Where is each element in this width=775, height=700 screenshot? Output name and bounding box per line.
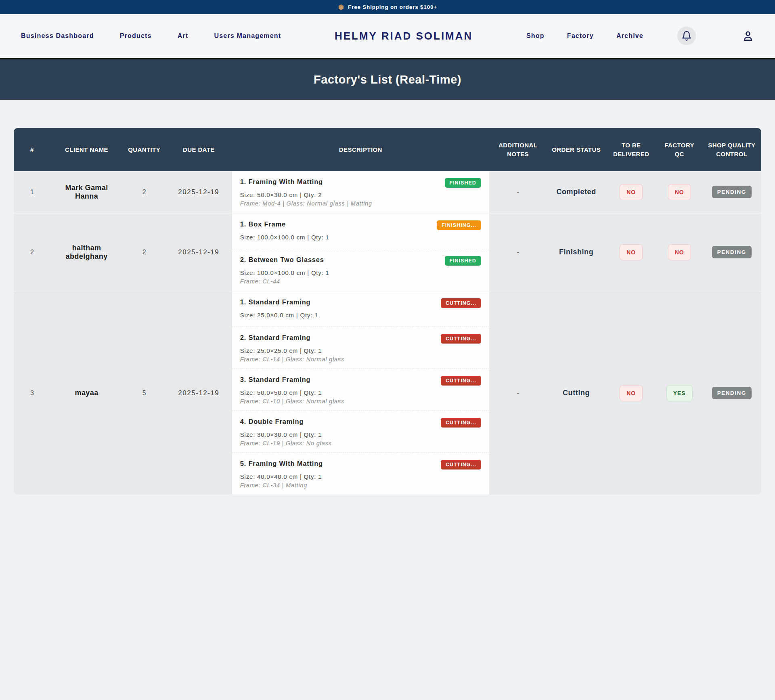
item-status-badge: CUTTING...	[441, 418, 481, 428]
factory-qc-toggle[interactable]: NO	[668, 244, 691, 260]
order-item-header: 2. Standard Framing CUTTING...	[240, 334, 481, 344]
item-title: 2. Between Two Glasses	[240, 256, 324, 264]
item-frame: Frame: CL-44	[240, 278, 481, 285]
shop-qc-badge[interactable]: PENDING	[712, 387, 752, 399]
item-status-badge: FINISHING...	[437, 220, 481, 230]
column-header-number: #	[14, 128, 50, 171]
to-be-delivered-toggle[interactable]: NO	[620, 385, 643, 401]
promo-banner-text: Free Shipping on orders $100+	[348, 4, 437, 10]
column-header-quantity: QUANTITY	[123, 128, 165, 171]
item-status-badge: CUTTING...	[441, 334, 481, 344]
order-item-header: 1. Standard Framing CUTTING...	[240, 298, 481, 308]
item-status-badge: FINISHED	[445, 178, 481, 188]
person-icon	[742, 30, 754, 42]
nav-item-factory[interactable]: Factory	[567, 32, 594, 40]
factory-orders-table: # CLIENT NAME QUANTITY DUE DATE DESCRIPT…	[14, 128, 761, 495]
client-name: haitham abdelghany	[50, 213, 123, 291]
nav-item-users-management[interactable]: Users Management	[214, 32, 281, 40]
order-item: 4. Double Framing CUTTING... Size: 30.0×…	[232, 411, 489, 453]
column-header-shop-quality-control: SHOP QUALITY CONTROL	[702, 128, 761, 171]
order-item-header: 3. Standard Framing CUTTING...	[240, 376, 481, 386]
table-row: 1 Mark Gamal Hanna 2 2025-12-19 1. Frami…	[14, 171, 761, 213]
factory-qc-toggle[interactable]: NO	[668, 184, 691, 200]
order-item: 1. Framing With Matting FINISHED Size: 5…	[232, 171, 489, 213]
account-button[interactable]	[742, 30, 754, 42]
order-item: 2. Standard Framing CUTTING... Size: 25.…	[232, 327, 489, 369]
item-status-badge: CUTTING...	[441, 460, 481, 469]
item-title: 1. Box Frame	[240, 220, 286, 228]
order-status-value: Completed	[547, 171, 605, 213]
client-name: mayaa	[50, 291, 123, 495]
order-item: 2. Between Two Glasses FINISHED Size: 10…	[232, 249, 489, 291]
shop-qc-badge[interactable]: PENDING	[712, 186, 752, 198]
row-number: 3	[14, 291, 50, 495]
item-status-badge: FINISHED	[445, 256, 481, 266]
quantity-value: 2	[123, 213, 165, 291]
item-title: 5. Framing With Matting	[240, 460, 323, 467]
row-number: 1	[14, 171, 50, 213]
table-header-row: # CLIENT NAME QUANTITY DUE DATE DESCRIPT…	[14, 128, 761, 171]
column-header-to-be-delivered: TO BE DELIVERED	[606, 128, 657, 171]
item-size: Size: 25.0×0.0 cm | Qty: 1	[240, 312, 481, 319]
nav-item-business-dashboard[interactable]: Business Dashboard	[21, 32, 94, 40]
quantity-value: 2	[123, 171, 165, 213]
additional-notes-value: -	[489, 171, 547, 213]
item-size: Size: 100.0×100.0 cm | Qty: 1	[240, 234, 481, 241]
factory-qc-toggle[interactable]: YES	[666, 385, 693, 401]
order-status-value: Cutting	[547, 291, 605, 495]
client-name: Mark Gamal Hanna	[50, 171, 123, 213]
nav-item-products[interactable]: Products	[120, 32, 152, 40]
order-item-header: 1. Box Frame FINISHING...	[240, 220, 481, 230]
package-icon	[338, 4, 344, 10]
item-title: 2. Standard Framing	[240, 334, 311, 342]
due-date-value: 2025-12-19	[165, 213, 232, 291]
order-item: 1. Standard Framing CUTTING... Size: 25.…	[232, 291, 489, 327]
item-size: Size: 40.0×40.0 cm | Qty: 1	[240, 473, 481, 480]
nav-item-art[interactable]: Art	[178, 32, 189, 40]
notifications-button[interactable]	[677, 27, 696, 45]
item-status-badge: CUTTING...	[441, 298, 481, 308]
due-date-value: 2025-12-19	[165, 291, 232, 495]
item-frame: Frame: CL-10 | Glass: Normal glass	[240, 398, 481, 404]
item-size: Size: 50.0×50.0 cm | Qty: 1	[240, 389, 481, 396]
column-header-additional-notes: ADDITIONAL NOTES	[489, 128, 547, 171]
nav-item-shop[interactable]: Shop	[526, 32, 545, 40]
nav-left-group: Business Dashboard Products Art Users Ma…	[21, 32, 281, 40]
item-frame: Frame: Mod-4 | Glass: Normal glass | Mat…	[240, 200, 481, 207]
item-size: Size: 25.0×25.0 cm | Qty: 1	[240, 347, 481, 354]
column-header-description: DESCRIPTION	[232, 128, 489, 171]
main-nav: Business Dashboard Products Art Users Ma…	[0, 14, 775, 58]
table-row: 2 haitham abdelghany 2 2025-12-19 1. Box…	[14, 213, 761, 291]
promo-banner: Free Shipping on orders $100+	[0, 0, 775, 14]
column-header-factory-qc: FACTORY QC	[657, 128, 702, 171]
column-header-client-name: CLIENT NAME	[50, 128, 123, 171]
order-item: 3. Standard Framing CUTTING... Size: 50.…	[232, 369, 489, 411]
to-be-delivered-toggle[interactable]: NO	[620, 244, 643, 260]
description-cell: 1. Standard Framing CUTTING... Size: 25.…	[232, 291, 489, 495]
nav-item-archive[interactable]: Archive	[616, 32, 643, 40]
additional-notes-value: -	[489, 213, 547, 291]
item-size: Size: 100.0×100.0 cm | Qty: 1	[240, 269, 481, 276]
item-frame: Frame: CL-14 | Glass: Normal glass	[240, 356, 481, 363]
item-frame: Frame: CL-19 | Glass: No glass	[240, 440, 481, 446]
item-size: Size: 50.0×30.0 cm | Qty: 2	[240, 191, 481, 198]
table-row: 3 mayaa 5 2025-12-19 1. Standard Framing…	[14, 291, 761, 495]
item-title: 1. Standard Framing	[240, 298, 311, 306]
item-frame: Frame: CL-34 | Matting	[240, 482, 481, 488]
order-item-header: 4. Double Framing CUTTING...	[240, 418, 481, 428]
to-be-delivered-toggle[interactable]: NO	[620, 184, 643, 200]
page-header-band: Factory's List (Real-Time)	[0, 58, 775, 100]
column-header-order-status: ORDER STATUS	[547, 128, 605, 171]
order-item-header: 5. Framing With Matting CUTTING...	[240, 460, 481, 469]
additional-notes-value: -	[489, 291, 547, 495]
item-size: Size: 30.0×30.0 cm | Qty: 1	[240, 431, 481, 438]
item-status-badge: CUTTING...	[441, 376, 481, 386]
shop-qc-badge[interactable]: PENDING	[712, 246, 752, 258]
nav-right-group: Shop Factory Archive	[526, 27, 754, 45]
brand-logo[interactable]: HELMY RIAD SOLIMAN	[335, 30, 473, 42]
order-item-header: 1. Framing With Matting FINISHED	[240, 178, 481, 188]
table-container: # CLIENT NAME QUANTITY DUE DATE DESCRIPT…	[0, 100, 775, 495]
order-status-value: Finishing	[547, 213, 605, 291]
page-title: Factory's List (Real-Time)	[314, 73, 461, 86]
quantity-value: 5	[123, 291, 165, 495]
